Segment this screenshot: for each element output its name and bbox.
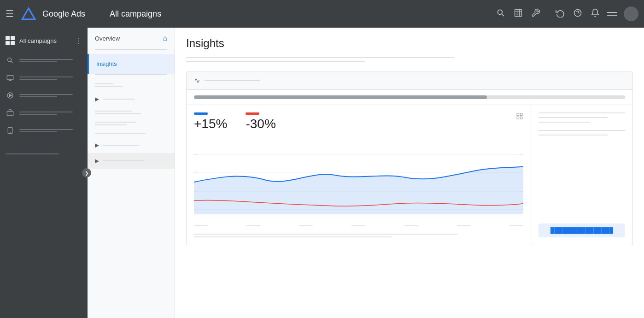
nav-right-icons — [495, 6, 638, 21]
chart-header: ∿ — [187, 71, 632, 90]
svg-marker-14 — [10, 94, 12, 96]
progress-bar-fill — [194, 95, 487, 99]
more-options-icon[interactable] — [607, 12, 617, 16]
sidebar-item-app[interactable] — [0, 122, 88, 139]
svg-rect-15 — [7, 112, 13, 116]
nav-item-insights[interactable]: Insights — [88, 54, 175, 74]
metric-indicator-2 — [246, 112, 275, 115]
sidebar-bottom-item[interactable] — [0, 149, 88, 159]
sidebar-top-label: All campaigns — [19, 37, 57, 44]
metric-item-2: -30% — [246, 112, 275, 131]
chart-header-text — [205, 80, 260, 81]
nav-sub-item-4[interactable]: ▶ — [88, 153, 175, 169]
page-title: Insights — [186, 37, 633, 50]
home-icon: ⌂ — [163, 34, 167, 42]
nav-text-block-2 — [88, 118, 175, 129]
sidebar-items — [0, 50, 88, 141]
shopping-campaign-icon — [6, 108, 15, 118]
top-navigation: ☰ Google Ads All campaigns — [0, 0, 644, 28]
chart-main-area: +15% -30% — [187, 105, 531, 245]
svg-line-1 — [502, 14, 504, 16]
nav-text-block-3 — [88, 129, 175, 137]
display-campaign-icon — [6, 73, 15, 82]
trend-icon: ∿ — [194, 76, 200, 85]
metric-value-2: -30% — [246, 117, 275, 131]
subtitle-area — [186, 57, 633, 62]
app-campaign-icon — [6, 126, 15, 135]
user-avatar[interactable] — [624, 6, 638, 21]
svg-rect-2 — [515, 9, 522, 16]
svg-rect-18 — [517, 113, 519, 116]
help-icon[interactable] — [572, 8, 583, 20]
table-icon[interactable] — [513, 8, 524, 20]
left-sidebar: All campaigns ⋮ — [0, 28, 88, 318]
side-info-lines — [539, 112, 625, 135]
expand-arrow-icon-2: ▶ — [95, 142, 99, 148]
side-panel-link[interactable]: ████████████████ — [539, 224, 625, 237]
nav-text-block-1 — [88, 107, 175, 118]
chart-svg — [194, 141, 523, 224]
metric-value-1: +15% — [194, 117, 227, 131]
svg-rect-11 — [7, 76, 13, 80]
nav-sub-item-1[interactable] — [88, 79, 175, 91]
sidebar-item-search[interactable] — [0, 52, 88, 69]
progress-bar-background — [194, 95, 625, 99]
app-logo — [20, 6, 37, 22]
metric-color-blue — [194, 112, 208, 115]
svg-rect-20 — [517, 117, 519, 119]
bell-icon[interactable] — [590, 8, 601, 20]
main-content-area: Insights ∿ — [175, 28, 644, 318]
menu-icon[interactable]: ☰ — [6, 8, 14, 19]
sidebar-collapse-button[interactable]: ❯ — [82, 168, 91, 177]
expand-arrow-icon: ▶ — [95, 96, 99, 102]
sidebar-item-display[interactable] — [0, 69, 88, 87]
search-icon[interactable] — [495, 8, 506, 20]
sidebar-divider — [6, 145, 82, 145]
nav-sub-item-2[interactable]: ▶ — [88, 91, 175, 107]
tools-icon[interactable] — [530, 8, 541, 20]
search-campaign-icon — [6, 56, 15, 65]
svg-rect-21 — [520, 117, 522, 119]
metric-indicator-1 — [194, 112, 227, 115]
refresh-icon[interactable] — [555, 8, 566, 20]
nav-separator — [548, 7, 548, 20]
expand-arrow-icon-3: ▶ — [95, 158, 99, 164]
nav-divider — [102, 7, 102, 20]
insights-chart-card: ∿ — [186, 71, 633, 245]
video-campaign-icon — [6, 91, 15, 100]
app-title: Google Ads — [42, 9, 85, 19]
nav-sub-item-3[interactable]: ▶ — [88, 137, 175, 153]
area-chart — [194, 141, 523, 224]
chart-progress-area — [187, 90, 632, 105]
nav-item-overview[interactable]: Overview ⌂ — [88, 28, 175, 49]
svg-line-10 — [11, 61, 12, 63]
chart-bottom-labels — [194, 234, 523, 237]
metric-item-1: +15% — [194, 112, 227, 131]
middle-navigation: Overview ⌂ Insights ▶ — [88, 28, 175, 318]
nav-page-title: All campaigns — [110, 9, 161, 19]
insights-label: Insights — [96, 60, 167, 67]
sidebar-item-video[interactable] — [0, 87, 88, 104]
chart-options-icon[interactable] — [516, 112, 523, 121]
chart-body: +15% -30% — [187, 105, 632, 245]
sidebar-all-campaigns[interactable]: All campaigns ⋮ — [0, 31, 88, 50]
chart-x-axis — [194, 224, 523, 228]
chart-side-panel: ████████████████ — [531, 105, 632, 245]
metrics-row: +15% -30% — [194, 112, 523, 131]
metric-color-red — [246, 112, 259, 115]
logo-icon — [20, 6, 37, 22]
body-layout: All campaigns ⋮ — [0, 28, 644, 318]
grid-icon — [6, 36, 15, 45]
sidebar-item-shopping[interactable] — [0, 104, 88, 122]
sidebar-more-icon[interactable]: ⋮ — [75, 36, 82, 45]
overview-label: Overview — [95, 35, 159, 42]
svg-rect-19 — [520, 113, 522, 116]
